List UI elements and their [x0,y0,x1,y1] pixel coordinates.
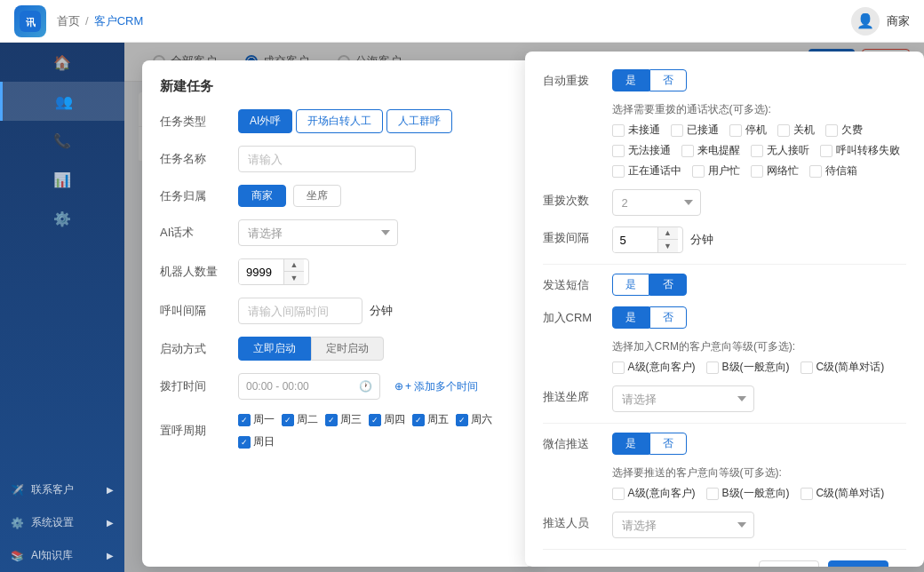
task-name-input[interactable] [238,146,416,172]
task-type-transfer-btn[interactable]: 开场白转人工 [296,109,383,133]
wechat-level-b[interactable]: B级(一般意向) [706,486,790,501]
week-checkbox-wed[interactable]: ✓ [325,414,338,426]
week-checkbox-mon[interactable]: ✓ [238,414,251,426]
send-sms-no-btn[interactable]: 否 [649,274,687,296]
status-cb-1[interactable]: 未接通 [612,123,660,138]
cb-box-8[interactable] [751,145,763,157]
sidebar-section-ai[interactable]: 📚 AI知识库 ▶ [0,539,124,572]
push-person-select[interactable]: 请选择 [612,512,754,538]
week-checkbox-thu[interactable]: ✓ [369,414,381,426]
wechat-push-no-btn[interactable]: 否 [649,433,687,455]
sidebar-item-home[interactable]: 🏠 [0,43,124,82]
cb-box-4[interactable] [777,124,790,137]
crm-cb-c[interactable] [801,361,813,374]
cb-box-10[interactable] [612,165,625,178]
auto-redial-no-btn[interactable]: 否 [649,69,687,91]
week-label-thu: 周四 [384,412,405,427]
crm-cb-a[interactable] [612,361,625,374]
week-checkbox-sat[interactable]: ✓ [456,414,468,426]
redial-interval-up[interactable]: ▲ [658,227,678,240]
send-sms-yes-btn[interactable]: 是 [612,274,649,296]
redial-interval-down[interactable]: ▼ [658,240,678,252]
week-item-tue[interactable]: ✓ 周二 [282,412,318,427]
cb-box-5[interactable] [825,124,838,137]
status-cb-5[interactable]: 欠费 [825,123,863,138]
confirm-button[interactable]: 确定 [828,560,888,567]
wechat-level-a[interactable]: A级(意向客户) [612,486,696,501]
redial-interval-input[interactable] [613,227,657,252]
cb-box-9[interactable] [820,145,832,157]
wechat-cb-a[interactable] [612,488,625,500]
add-crm-yes-btn[interactable]: 是 [612,306,649,329]
week-item-sun[interactable]: ✓ 周日 [238,434,275,449]
start-mode-scheduled-btn[interactable]: 定时启动 [311,337,384,361]
week-checkbox-sun[interactable]: ✓ [238,436,251,449]
status-cb-9[interactable]: 呼叫转移失败 [820,143,900,158]
cb-box-3[interactable] [729,124,742,137]
status-cb-8[interactable]: 无人接听 [751,143,809,158]
wechat-level-c[interactable]: C级(简单对话) [801,486,885,501]
crm-level-c[interactable]: C级(简单对话) [801,360,885,375]
call-interval-row: 呼叫间隔 分钟 [160,298,516,324]
wechat-cb-b[interactable] [706,488,719,500]
cb-box-1[interactable] [612,124,625,137]
call-status-group: 未接通 已接通 停机 关机 欠费 无法接通 来电提醒 无人接听 呼叫转移失败 正… [612,123,906,179]
task-type-ai-btn[interactable]: AI外呼 [238,109,292,133]
cancel-button[interactable]: 取消 [759,560,819,567]
sidebar-item-call[interactable]: 📞 [0,121,124,160]
auto-redial-yes-btn[interactable]: 是 [612,69,649,91]
robot-count-up[interactable]: ▲ [284,259,304,272]
status-cb-6[interactable]: 无法接通 [612,143,671,158]
week-checkbox-tue[interactable]: ✓ [282,414,294,426]
start-mode-immediate-btn[interactable]: 立即启动 [238,337,311,361]
task-type-manual-btn[interactable]: 人工群呼 [386,109,452,133]
breadcrumb-home[interactable]: 首页 [57,13,80,29]
call-interval-input[interactable] [238,298,362,324]
week-item-wed[interactable]: ✓ 周三 [325,412,362,427]
status-cb-13[interactable]: 待信箱 [809,163,857,179]
crm-cb-b[interactable] [706,361,719,374]
cb-box-12[interactable] [751,165,763,178]
week-label-wed: 周三 [340,412,362,427]
sidebar-section-system[interactable]: ⚙️ 系统设置 ▶ [0,506,124,539]
week-checkbox-fri[interactable]: ✓ [412,414,425,426]
ai-skill-select[interactable]: 请选择 [238,219,398,246]
week-item-thu[interactable]: ✓ 周四 [369,412,405,427]
redial-interval-label: 重拨间隔 [543,226,605,246]
sidebar-item-customer[interactable]: 👥 [0,82,124,121]
sidebar-item-settings-icon[interactable]: ⚙️ [0,199,124,238]
week-item-sat[interactable]: ✓ 周六 [456,412,492,427]
week-item-mon[interactable]: ✓ 周一 [238,412,275,427]
robot-count-input[interactable] [239,259,283,284]
status-cb-7[interactable]: 来电提醒 [681,143,740,158]
time-range-display[interactable]: 00:00 - 00:00 🕐 [238,373,380,400]
add-time-link[interactable]: ⊕ + 添加多个时间 [394,379,478,394]
cb-box-6[interactable] [612,145,625,157]
wechat-cb-c[interactable] [801,488,813,500]
push-seat-select[interactable]: 请选择 [612,385,754,412]
week-item-fri[interactable]: ✓ 周五 [412,412,449,427]
status-cb-12[interactable]: 网络忙 [751,163,799,179]
crm-level-a[interactable]: A级(意向客户) [612,360,696,375]
right-panel: 自动重拨 是 否 选择需要重拨的通话状态(可多选): 未接通 [525,52,924,567]
sidebar-section-contact[interactable]: ✈️ 联系客户 ▶ [0,473,124,506]
status-cb-3[interactable]: 停机 [729,123,767,138]
cb-box-11[interactable] [692,165,705,178]
add-crm-no-btn[interactable]: 否 [649,306,687,329]
task-belong-seat-btn[interactable]: 坐席 [293,185,341,207]
status-cb-10[interactable]: 正在通话中 [612,163,681,179]
sidebar-item-report[interactable]: 📊 [0,160,124,199]
wechat-push-yes-btn[interactable]: 是 [612,433,649,455]
robot-count-down[interactable]: ▼ [284,272,304,284]
cb-box-7[interactable] [681,145,694,157]
add-crm-toggle: 是 否 [612,306,906,329]
status-cb-11[interactable]: 用户忙 [692,163,740,179]
status-cb-2[interactable]: 已接通 [671,123,719,138]
crm-level-b[interactable]: B级(一般意向) [706,360,790,375]
push-seat-row: 推送坐席 请选择 [543,385,906,412]
status-cb-4[interactable]: 关机 [777,123,815,138]
cb-box-2[interactable] [671,124,683,137]
cb-box-13[interactable] [809,165,822,178]
task-belong-merchant-btn[interactable]: 商家 [238,185,286,207]
redial-count-select[interactable]: 2 [612,189,701,216]
